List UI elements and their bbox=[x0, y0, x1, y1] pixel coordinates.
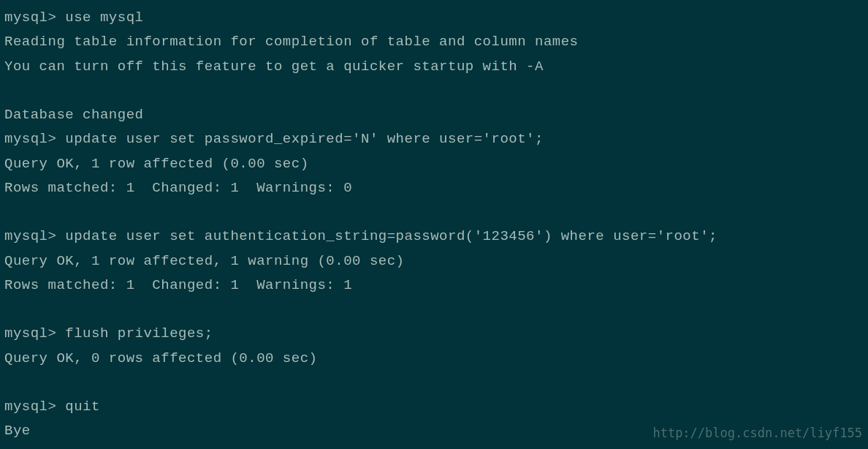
terminal-line: mysql> update user set authentication_st… bbox=[4, 224, 864, 249]
terminal-blank-line bbox=[4, 200, 864, 224]
terminal-line: Rows matched: 1 Changed: 1 Warnings: 1 bbox=[4, 273, 864, 298]
terminal-blank-line bbox=[4, 79, 864, 103]
terminal-line: Reading table information for completion… bbox=[4, 30, 864, 54]
terminal-output[interactable]: mysql> use mysqlReading table informatio… bbox=[4, 6, 864, 444]
terminal-line: mysql> flush privileges; bbox=[4, 322, 864, 346]
terminal-line: You can turn off this feature to get a q… bbox=[4, 55, 864, 79]
terminal-line: mysql> update user set password_expired=… bbox=[4, 127, 864, 151]
terminal-line: Query OK, 1 row affected (0.00 sec) bbox=[4, 152, 864, 176]
watermark-text: http://blog.csdn.net/liyf155 bbox=[652, 423, 862, 445]
terminal-line: mysql> quit bbox=[4, 395, 864, 419]
terminal-line: Database changed bbox=[4, 103, 864, 127]
terminal-line: Query OK, 1 row affected, 1 warning (0.0… bbox=[4, 249, 864, 273]
terminal-line: Query OK, 0 rows affected (0.00 sec) bbox=[4, 347, 864, 371]
terminal-line: mysql> use mysql bbox=[4, 6, 864, 30]
terminal-blank-line bbox=[4, 371, 864, 395]
terminal-blank-line bbox=[4, 298, 864, 322]
terminal-line: Rows matched: 1 Changed: 1 Warnings: 0 bbox=[4, 176, 864, 200]
